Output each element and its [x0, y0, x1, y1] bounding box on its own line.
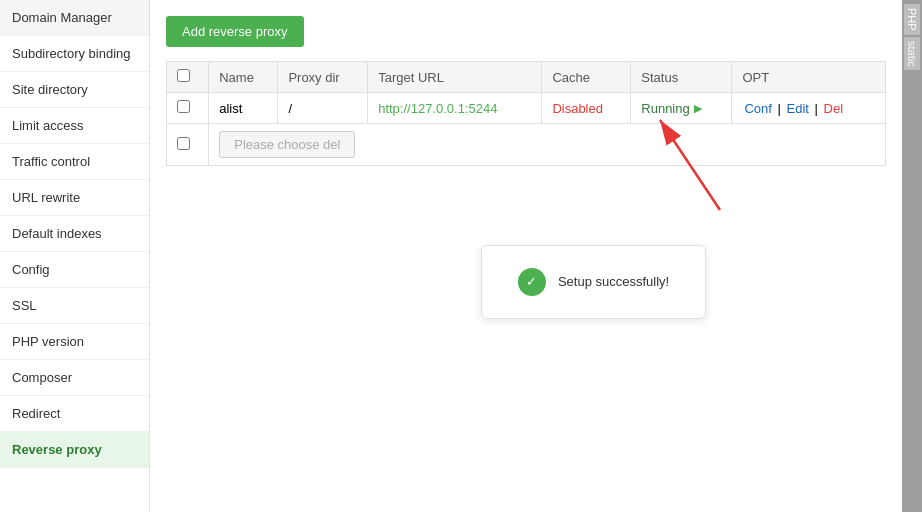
table-row: alist / http://127.0.0.1:5244 Disabled R…: [167, 93, 886, 124]
row-checkbox-cell: [167, 93, 209, 124]
edit-link[interactable]: Edit: [787, 101, 809, 116]
del-placeholder-button[interactable]: Please choose del: [219, 131, 355, 158]
del-placeholder-cell: Please choose del: [209, 124, 886, 166]
conf-link[interactable]: Conf: [744, 101, 771, 116]
select-all-checkbox[interactable]: [177, 69, 190, 82]
sidebar-item-subdirectory-binding[interactable]: Subdirectory binding: [0, 36, 149, 72]
col-header-name: Name: [209, 62, 278, 93]
col-header-status: Status: [631, 62, 732, 93]
sidebar-item-limit-access[interactable]: Limit access: [0, 108, 149, 144]
success-icon: ✓: [518, 268, 546, 296]
row-cache: Disabled: [542, 93, 631, 124]
sidebar-item-site-directory[interactable]: Site directory: [0, 72, 149, 108]
del-checkbox-cell: [167, 124, 209, 166]
row-name: alist: [209, 93, 278, 124]
row-target-url: http://127.0.0.1:5244: [368, 93, 542, 124]
sidebar-item-redirect[interactable]: Redirect: [0, 396, 149, 432]
sidebar-item-composer[interactable]: Composer: [0, 360, 149, 396]
sidebar: Domain Manager Subdirectory binding Site…: [0, 0, 150, 512]
col-header-proxy-dir: Proxy dir: [278, 62, 368, 93]
row-opt: Conf | Edit | Del: [732, 93, 886, 124]
row-status: Running ▶: [631, 93, 732, 124]
main-content: Add reverse proxy Name Proxy dir Target …: [150, 0, 902, 512]
col-header-target-url: Target URL: [368, 62, 542, 93]
col-header-opt: OPT: [732, 62, 886, 93]
del-link[interactable]: Del: [824, 101, 844, 116]
proxy-table: Name Proxy dir Target URL Cache Status O…: [166, 61, 886, 166]
sidebar-item-domain-manager[interactable]: Domain Manager: [0, 0, 149, 36]
col-header-cache: Cache: [542, 62, 631, 93]
sidebar-item-url-rewrite[interactable]: URL rewrite: [0, 180, 149, 216]
del-placeholder-row: Please choose del: [167, 124, 886, 166]
right-tab-php[interactable]: PHP: [904, 4, 920, 35]
row-checkbox[interactable]: [177, 100, 190, 113]
sidebar-item-reverse-proxy[interactable]: Reverse proxy: [0, 432, 149, 468]
running-play-icon: ▶: [694, 102, 702, 115]
row-proxy-dir: /: [278, 93, 368, 124]
right-tab-static[interactable]: static: [904, 37, 920, 71]
add-reverse-proxy-button[interactable]: Add reverse proxy: [166, 16, 304, 47]
sidebar-item-traffic-control[interactable]: Traffic control: [0, 144, 149, 180]
right-panel: PHP static: [902, 0, 922, 512]
sidebar-item-ssl[interactable]: SSL: [0, 288, 149, 324]
sidebar-item-default-indexes[interactable]: Default indexes: [0, 216, 149, 252]
success-toast: ✓ Setup successfully!: [481, 245, 706, 319]
success-message: Setup successfully!: [558, 274, 669, 289]
sidebar-item-config[interactable]: Config: [0, 252, 149, 288]
del-row-checkbox[interactable]: [177, 137, 190, 150]
sidebar-item-php-version[interactable]: PHP version: [0, 324, 149, 360]
col-header-checkbox: [167, 62, 209, 93]
